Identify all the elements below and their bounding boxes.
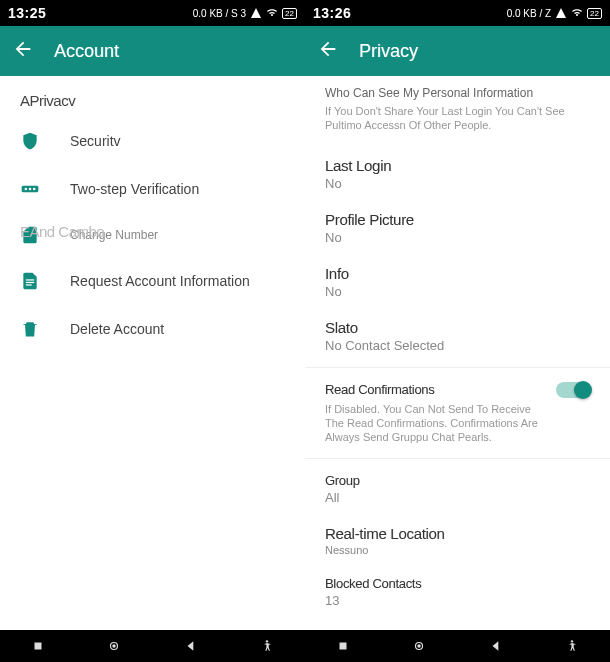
item-title: Last Login: [325, 157, 590, 174]
toggle-knob: [574, 381, 592, 399]
battery-icon: 22: [282, 8, 297, 19]
item-label: Two-step Verification: [70, 181, 199, 197]
item-label: Delete Account: [70, 321, 164, 337]
item-last-login[interactable]: Last Login No: [305, 147, 610, 201]
document-icon: [20, 271, 40, 291]
section-sub: If You Don't Share Your Last Login You C…: [325, 104, 590, 133]
item-group[interactable]: Group All: [305, 463, 610, 515]
wifi-icon: [571, 7, 583, 19]
item-label: Request Account Information: [70, 273, 250, 289]
item-two-step[interactable]: Two-step Verification: [0, 165, 305, 213]
item-title: Info: [325, 265, 590, 282]
net-speed: 0.0 KB / Z: [507, 8, 551, 19]
item-read-confirmations[interactable]: Read Confirmations If Disabled. You Can …: [305, 372, 610, 455]
nav-bar-left: [0, 630, 305, 662]
svg-point-13: [418, 644, 422, 648]
signal-icon: [250, 7, 262, 19]
item-value: No: [325, 284, 590, 299]
shield-icon: [20, 131, 40, 151]
read-confirmations-toggle[interactable]: [556, 382, 590, 398]
nav-recent-icon[interactable]: [31, 639, 45, 653]
app-header: Privacy: [305, 26, 610, 76]
svg-rect-6: [26, 284, 32, 285]
who-can-see: Who Can See My Personal Information If Y…: [305, 76, 610, 147]
section-privacy-header: APrivacv: [0, 76, 305, 117]
ghost-text: EAnd Cambo: [0, 215, 124, 248]
svg-point-14: [571, 640, 573, 642]
item-title: Slato: [325, 319, 590, 336]
svg-point-1: [25, 188, 28, 191]
section-head: Who Can See My Personal Information: [325, 86, 590, 100]
divider: [305, 458, 610, 459]
status-right: 0.0 KB / Z 22: [507, 7, 602, 19]
status-bar: 13:26 0.0 KB / Z 22: [305, 0, 610, 26]
item-fingerprint[interactable]: Blocco con impronta digitale: [305, 618, 610, 630]
item-profile-picture[interactable]: Profile Picture No: [305, 201, 610, 255]
page-title: Account: [54, 41, 119, 62]
status-time: 13:26: [313, 5, 351, 21]
item-title: Real-time Location: [325, 525, 590, 542]
item-value: Nessuno: [325, 544, 590, 556]
wifi-icon: [266, 7, 278, 19]
nav-bar-right: [305, 630, 610, 662]
item-slato[interactable]: Slato No Contact Selected: [305, 309, 610, 363]
item-request-info[interactable]: Request Account Information: [0, 257, 305, 305]
item-title: Group: [325, 473, 590, 488]
item-info[interactable]: Info No: [305, 255, 610, 309]
battery-icon: 22: [587, 8, 602, 19]
item-realtime-location[interactable]: Real-time Location Nessuno: [305, 515, 610, 566]
nav-home-icon[interactable]: [107, 639, 121, 653]
item-title: Read Confirmations: [325, 382, 435, 397]
svg-rect-5: [26, 282, 34, 283]
item-sub: If Disabled. You Can Not Send To Receive…: [325, 402, 545, 445]
divider: [305, 367, 610, 368]
item-value: All: [325, 490, 590, 505]
signal-icon: [555, 7, 567, 19]
net-speed: 0.0 KB / S 3: [193, 8, 246, 19]
svg-rect-7: [35, 643, 42, 650]
status-right: 0.0 KB / S 3 22: [193, 7, 297, 19]
item-label: Securitv: [70, 133, 121, 149]
app-header: Account: [0, 26, 305, 76]
trash-icon: [20, 319, 40, 339]
left-phone: 13:25 0.0 KB / S 3 22 Account APrivacv S…: [0, 0, 305, 630]
nav-home-icon[interactable]: [412, 639, 426, 653]
content-left: APrivacv Securitv Two-step Verification …: [0, 76, 305, 630]
nav-back-icon[interactable]: [184, 639, 198, 653]
status-time: 13:25: [8, 5, 46, 21]
svg-point-3: [33, 188, 36, 191]
item-value: No Contact Selected: [325, 338, 590, 353]
item-blocked-contacts[interactable]: Blocked Contacts 13: [305, 566, 610, 618]
item-value: No: [325, 230, 590, 245]
nav-accessibility-icon[interactable]: [565, 639, 579, 653]
back-arrow-icon: [12, 38, 34, 60]
content-right: Who Can See My Personal Information If Y…: [305, 76, 610, 630]
svg-point-9: [113, 644, 117, 648]
back-button[interactable]: [12, 38, 34, 64]
svg-rect-11: [340, 643, 347, 650]
item-security[interactable]: Securitv: [0, 117, 305, 165]
svg-point-10: [266, 640, 268, 642]
svg-point-2: [29, 188, 32, 191]
item-delete-account[interactable]: Delete Account: [0, 305, 305, 353]
right-phone: 13:26 0.0 KB / Z 22 Privacy Who Can See …: [305, 0, 610, 630]
page-title: Privacy: [359, 41, 418, 62]
item-value: 13: [325, 593, 590, 608]
dots-icon: [20, 179, 40, 199]
back-arrow-icon: [317, 38, 339, 60]
nav-accessibility-icon[interactable]: [260, 639, 274, 653]
back-button[interactable]: [317, 38, 339, 64]
status-bar: 13:25 0.0 KB / S 3 22: [0, 0, 305, 26]
item-title: Blocked Contacts: [325, 576, 590, 591]
nav-back-icon[interactable]: [489, 639, 503, 653]
item-value: No: [325, 176, 590, 191]
nav-recent-icon[interactable]: [336, 639, 350, 653]
svg-rect-4: [26, 279, 34, 280]
item-title: Profile Picture: [325, 211, 590, 228]
